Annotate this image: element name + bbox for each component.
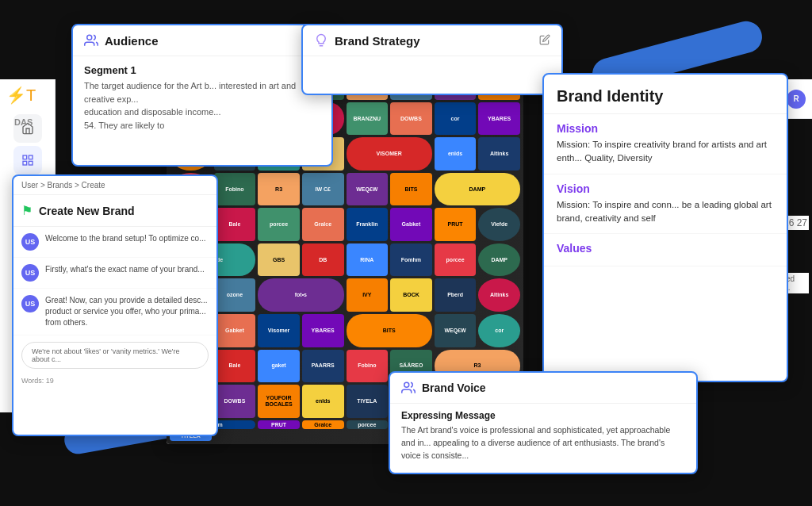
sidebar-brands[interactable] xyxy=(13,146,42,174)
brand-identity-card: Brand Identity Mission Mission: To inspi… xyxy=(542,73,788,382)
segment-title: Segment 1 xyxy=(84,64,320,76)
brand-sticker: Gralce xyxy=(302,420,344,430)
brand-sticker: ozone xyxy=(214,278,256,312)
lightbulb-icon xyxy=(314,33,328,48)
words-count: Words: 19 xyxy=(13,375,216,386)
scene-container: Audience Segment 1 The target audience f… xyxy=(0,0,812,506)
brand-sticker: porcee xyxy=(435,243,477,277)
brand-strategy-title: Brand Strategy xyxy=(335,34,420,48)
brand-sticker: DAMP xyxy=(435,173,520,206)
brand-sticker: TIYELA xyxy=(347,385,389,418)
brand-strategy-header-left: Brand Strategy xyxy=(314,33,420,48)
chat-message-2: US Firstly, what's the exact name of you… xyxy=(13,258,216,289)
brand-sticker: BRANZNU xyxy=(347,102,389,136)
brand-sticker: VISOMER xyxy=(347,137,432,171)
brand-sticker: Visomer xyxy=(258,314,300,347)
audience-card-header: Audience xyxy=(73,25,331,56)
chat-text-2: Firstly, what's the exact name of your b… xyxy=(45,264,205,275)
svg-point-0 xyxy=(87,35,92,40)
dash-label: DAS xyxy=(14,117,33,127)
svg-rect-2 xyxy=(23,155,27,159)
brand-sticker: Viefde xyxy=(478,208,520,241)
expressing-text: The Art brand's voice is professional an… xyxy=(390,424,696,462)
brand-identity-mission: Mission Mission: To inspire creativity b… xyxy=(544,114,787,174)
chat-avatar-1: US xyxy=(21,233,39,251)
brand-sticker: GBS xyxy=(258,243,300,277)
svg-rect-5 xyxy=(29,161,33,165)
segment-text: The target audience for the Art b... int… xyxy=(84,79,320,132)
vision-label: Vision xyxy=(557,182,774,195)
brand-sticker: PRUT xyxy=(435,208,477,241)
brand-sticker: gaket xyxy=(258,350,300,383)
brand-strategy-edit-icon[interactable] xyxy=(539,34,550,48)
create-brand-header: ⚑ Create New Brand xyxy=(13,195,216,227)
brand-sticker: Altinks xyxy=(478,278,520,312)
brand-sticker: YBARES xyxy=(478,102,520,136)
brand-sticker: RINA xyxy=(347,243,389,277)
brand-sticker: fot•s xyxy=(258,278,343,312)
brand-sticker: YOUFOIR BOCALES xyxy=(258,385,300,418)
chat-text-1: Welcome to the brand setup! To optimize … xyxy=(45,233,206,244)
brand-sticker: enlds xyxy=(302,385,344,418)
brand-sticker: R3 xyxy=(258,173,300,206)
brand-sticker: cor xyxy=(435,102,477,136)
brand-sticker: DOWBS xyxy=(390,102,432,136)
chat-input-text: We're not about 'likes' or 'vanity metri… xyxy=(32,347,180,363)
chat-input[interactable]: We're not about 'likes' or 'vanity metri… xyxy=(21,342,209,369)
user-avatar[interactable]: R xyxy=(787,90,806,109)
brand-identity-vision: Vision Mission: To inspire and conn... b… xyxy=(544,174,787,235)
grid-icon xyxy=(21,154,34,167)
brand-sticker: Altinks xyxy=(478,137,520,171)
brand-strategy-card: Brand Strategy xyxy=(301,24,563,95)
chat-message-3: US Great! Now, can you provide a detaile… xyxy=(13,289,216,335)
brand-sticker: IVY xyxy=(347,278,389,312)
brand-sticker: Fobino xyxy=(214,173,256,206)
brand-sticker: DAMP xyxy=(478,243,520,277)
svg-rect-3 xyxy=(29,155,33,159)
brand-sticker: DB xyxy=(302,243,344,277)
brand-voice-title: Brand Voice xyxy=(422,381,486,394)
brand-voice-card: Brand Voice Expressing Message The Art b… xyxy=(389,371,698,474)
brand-sticker: WEQ£W xyxy=(347,173,389,206)
flag-icon: ⚑ xyxy=(21,203,33,218)
chat-avatar-2: US xyxy=(21,264,39,282)
brand-sticker: DOWBS xyxy=(214,385,256,418)
svg-point-1 xyxy=(404,382,409,387)
brand-sticker: Bale xyxy=(214,350,256,383)
brand-strategy-header: Brand Strategy xyxy=(303,25,561,56)
audience-card-body: Segment 1 The target audience for the Ar… xyxy=(73,56,331,140)
brand-sticker: BITS xyxy=(347,314,432,347)
brand-identity-title: Brand Identity xyxy=(544,75,787,114)
mission-label: Mission xyxy=(557,122,774,135)
brand-sticker: Gabket xyxy=(214,314,256,347)
brand-voice-header: Brand Voice xyxy=(390,373,696,404)
audience-icon xyxy=(84,33,98,48)
vision-text: Mission: To inspire and conn... be a lea… xyxy=(557,198,774,226)
brand-sticker: Gralce xyxy=(302,208,344,241)
brand-sticker: porcee xyxy=(258,208,300,241)
mission-text: Mission: To inspire creativity brand for… xyxy=(557,138,774,166)
audience-card: Audience Segment 1 The target audience f… xyxy=(71,24,333,167)
chat-text-3: Great! Now, can you provide a detailed d… xyxy=(45,295,209,328)
expressing-title: Expressing Message xyxy=(390,404,696,424)
brand-sticker: WEQ£W xyxy=(435,314,477,347)
audience-card-title: Audience xyxy=(105,34,159,48)
brand-sticker: YBARES xyxy=(302,314,344,347)
brand-sticker: Bale xyxy=(214,208,256,241)
brand-sticker: Fomhm xyxy=(390,243,432,277)
breadcrumb: User > Brands > Create xyxy=(13,176,216,195)
brand-sticker: cor xyxy=(478,314,520,347)
chat-avatar-3: US xyxy=(21,295,39,312)
brand-sticker: porcee xyxy=(347,420,389,430)
brand-sticker: enlds xyxy=(435,137,477,171)
brand-sticker: Gabket xyxy=(390,208,432,241)
audience-header-left: Audience xyxy=(84,33,159,48)
chat-message-1: US Welcome to the brand setup! To optimi… xyxy=(13,227,216,258)
create-brand-title-text: Create New Brand xyxy=(39,205,135,217)
brand-voice-icon xyxy=(401,381,416,395)
brand-sticker: BITS xyxy=(390,173,432,206)
brand-sticker: BOCK xyxy=(390,278,432,312)
brand-sticker: Pberd xyxy=(435,278,477,312)
app-logo: ⚡T xyxy=(0,79,55,111)
brand-identity-values: Values xyxy=(544,234,787,266)
